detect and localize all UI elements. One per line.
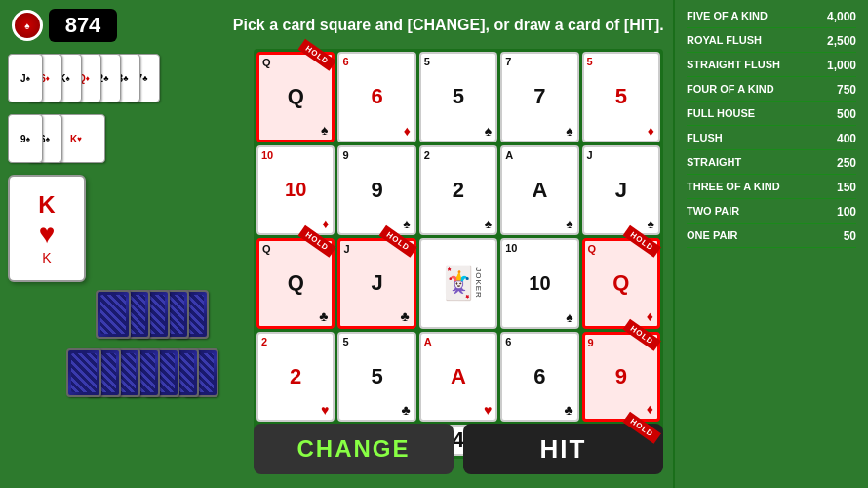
- joker-label: 🃏: [439, 264, 478, 302]
- king-card[interactable]: K ♥ K: [8, 175, 86, 282]
- payout-name: THREE OF A KIND: [687, 181, 780, 194]
- payout-row: ROYAL FLUSH 2,500: [687, 34, 856, 53]
- payout-name: STRAIGHT FLUSH: [687, 59, 780, 72]
- card-grid: HOLD Q Q ♠ 6 6 ♦ 5 5 ♠ 7 7 ♠ 5 5 ♦: [254, 49, 663, 459]
- hand-card[interactable]: 9♠: [8, 114, 43, 163]
- buttons-row: CHANGE HIT: [254, 424, 663, 474]
- grid-card-1-2[interactable]: 2 2 ♠: [419, 145, 497, 236]
- payout-row: THREE OF A KIND 150: [687, 181, 856, 199]
- payout-value: 750: [837, 83, 856, 97]
- deck-card[interactable]: [96, 290, 131, 339]
- grid-card-3-1[interactable]: 5 5 ♣: [337, 332, 415, 423]
- payout-row: FLUSH 400: [687, 132, 856, 150]
- payout-row: TWO PAIR 100: [687, 205, 856, 224]
- payout-name: ONE PAIR: [687, 229, 737, 243]
- grid-card-1-0[interactable]: 10 10 ♦: [256, 145, 335, 236]
- payout-panel: FIVE OF A KIND 4,000 ROYAL FLUSH 2,500 S…: [673, 0, 868, 488]
- grid-card-3-3[interactable]: 6 6 ♣: [500, 332, 578, 423]
- payout-name: FULL HOUSE: [687, 107, 755, 121]
- instruction-text: Pick a card square and [CHANGE], or draw…: [135, 17, 763, 34]
- payout-name: FIVE OF A KIND: [687, 10, 768, 23]
- payout-row: STRAIGHT 250: [687, 156, 856, 175]
- payout-row: FULL HOUSE 500: [687, 107, 856, 126]
- deck-stack-2: [66, 348, 232, 397]
- payout-name: FLUSH: [687, 132, 723, 145]
- score-display: 874: [49, 9, 117, 42]
- payout-value: 500: [837, 107, 856, 121]
- hit-button[interactable]: HIT: [463, 424, 663, 474]
- joker-text: JOKER: [474, 267, 483, 299]
- payout-value: 4,000: [827, 10, 856, 23]
- grid-card-2-4[interactable]: HOLD Q Q ♦: [582, 238, 660, 329]
- payout-row: FIVE OF A KIND 4,000: [687, 10, 856, 28]
- grid-card-0-0[interactable]: HOLD Q Q ♠: [256, 52, 335, 142]
- payout-row: ONE PAIR 50: [687, 229, 856, 248]
- grid-card-0-2[interactable]: 5 5 ♠: [419, 52, 497, 142]
- payout-name: FOUR OF A KIND: [687, 83, 774, 97]
- left-panel: J♠ 6♦ K♠ Q♦ 2♣ 3♣ 7♣ 9♠ 6♠ K♥ K ♥ K: [8, 54, 232, 434]
- grid-card-joker[interactable]: 🃏 JOKER: [419, 238, 497, 329]
- chip-icon: ♠: [12, 10, 43, 41]
- payout-value: 250: [837, 156, 856, 170]
- card-grid-container: HOLD Q Q ♠ 6 6 ♦ 5 5 ♠ 7 7 ♠ 5 5 ♦: [254, 49, 663, 459]
- grid-card-0-3[interactable]: 7 7 ♠: [500, 52, 578, 142]
- grid-card-1-1[interactable]: 9 9 ♠: [337, 145, 415, 236]
- grid-card-3-0[interactable]: 2 2 ♥: [256, 332, 335, 423]
- grid-card-3-2[interactable]: A A ♥: [419, 332, 497, 423]
- payout-value: 100: [837, 205, 856, 219]
- payout-name: STRAIGHT: [687, 156, 741, 170]
- payout-row: STRAIGHT FLUSH 1,000: [687, 59, 856, 77]
- payout-name: TWO PAIR: [687, 205, 739, 219]
- grid-card-1-4[interactable]: J J ♠: [582, 145, 660, 236]
- payout-name: ROYAL FLUSH: [687, 34, 762, 48]
- grid-card-3-4[interactable]: HOLD 9 9 ♦: [582, 332, 660, 423]
- grid-card-2-3[interactable]: 10 10 ♠: [500, 238, 578, 329]
- payout-value: 2,500: [827, 34, 856, 48]
- grid-card-2-0[interactable]: HOLD Q Q ♣: [256, 238, 335, 329]
- payout-value: 400: [837, 132, 856, 145]
- payout-value: 50: [844, 229, 856, 243]
- grid-card-0-4[interactable]: 5 5 ♦: [582, 52, 660, 142]
- grid-card-0-1[interactable]: 6 6 ♦: [337, 52, 415, 142]
- payout-row: FOUR OF A KIND 750: [687, 83, 856, 102]
- payout-value: 1,000: [827, 59, 856, 72]
- hand-2: 9♠ 6♠ K♥: [8, 114, 232, 163]
- deck-card[interactable]: [66, 348, 101, 397]
- change-button[interactable]: CHANGE: [254, 424, 454, 474]
- grid-card-2-1[interactable]: HOLD J J ♣: [337, 238, 415, 329]
- hand-card[interactable]: J♠: [8, 54, 43, 102]
- deck-stack-1: [96, 290, 232, 339]
- payout-value: 150: [837, 181, 856, 194]
- hand-1: J♠ 6♦ K♠ Q♦ 2♣ 3♣ 7♣: [8, 54, 232, 102]
- hold-banner: HOLD: [297, 39, 335, 71]
- grid-card-1-3[interactable]: A A ♠: [500, 145, 578, 236]
